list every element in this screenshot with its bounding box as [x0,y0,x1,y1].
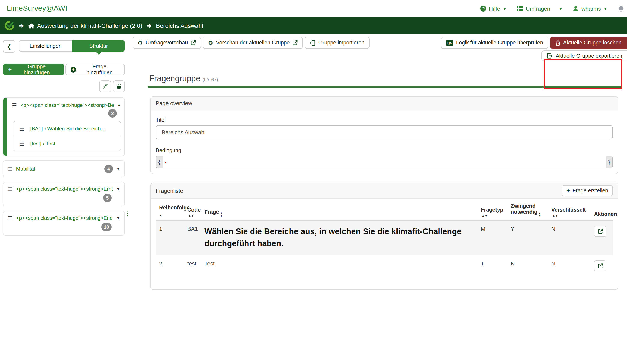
sort-both-icon[interactable]: ▲▼ [552,215,587,217]
question-row[interactable]: 2 test Test T N N [156,255,613,276]
cell-mandatory: Y [507,221,548,255]
expand-caret-icon[interactable]: ▼ [116,216,120,220]
collapse-all-button[interactable] [99,80,111,92]
question-list-header: Fragenliste + Frage erstellen [151,183,618,199]
unlock-button[interactable] [113,80,125,92]
question-row[interactable]: 1 BA1 Wählen Sie die Bereiche aus, in we… [156,221,613,255]
cell-code: test [184,255,201,276]
tab-einstellungen[interactable]: Einstellungen [19,40,72,52]
limesurvey-logo[interactable] [4,21,14,31]
sidebar-icon-buttons [3,80,125,92]
collapse-caret-icon[interactable]: ▲ [117,103,121,107]
group-content: Fragengruppe(ID: 67) Page overview Titel… [148,74,622,290]
group-title-input[interactable] [156,125,613,139]
drag-handle-icon[interactable]: ☰ [19,141,24,146]
delete-group-button[interactable]: Aktuelle Gruppe löschen [550,37,627,49]
column-header-order[interactable]: Reihenfolge ▲ [156,205,184,217]
tree-group[interactable]: ☰ <p><span class="text-huge"><strong>Ene… [3,211,125,235]
cell-question: Wählen Sie die Bereiche aus, in welchen … [205,226,474,250]
gear-icon: ⚙ [208,40,213,46]
collapse-sidebar-button[interactable]: ❮ [3,40,15,52]
question-count-badge: 2 [108,109,117,118]
condition-input[interactable]: . [163,156,606,168]
tab-struktur[interactable]: Struktur [72,40,125,52]
page-overview-header: Page overview [151,97,618,110]
external-link-icon [293,40,298,45]
sort-both-icon[interactable]: ▲▼ [220,212,223,217]
question-count-badge: 4 [104,165,113,173]
export-icon [547,53,553,59]
import-icon [310,40,315,46]
tree-group-header[interactable]: ☰ <p><span class="text-huge"><strong>Ber… [3,98,124,109]
chevron-left-icon: ❮ [7,44,11,49]
tree-question-item[interactable]: ☰ [test] › Test [13,136,121,151]
open-question-button[interactable] [594,260,606,272]
column-header-encrypted-label: Verschlüsselt [551,207,586,213]
question-table: Reihenfolge ▲ Code ▲▼ Frage▲▼ [151,199,618,289]
column-header-type[interactable]: Fragetyp ▲▼ [477,207,507,217]
group-id-label: (ID: 67) [203,77,218,82]
brace-open-addon: { [156,156,163,168]
column-header-type-label: Fragetyp [481,207,503,213]
column-header-encrypted[interactable]: Verschlüsselt ▲▼ [548,207,591,217]
page-title-text: Fragengruppe [149,74,200,83]
sort-asc-icon[interactable]: ▲ [159,213,180,217]
trash-icon [556,40,560,46]
help-menu[interactable]: ? Hilfe ▾ [480,5,506,12]
import-group-button[interactable]: Gruppe importieren [305,37,369,49]
sort-desc-glyph: ▼ [220,215,223,217]
cell-encrypted: N [548,221,591,255]
column-header-code[interactable]: Code ▲▼ [184,207,201,217]
condition-input-group: { . } [156,156,613,168]
expand-caret-icon[interactable]: ▼ [116,167,120,171]
column-header-mandatory[interactable]: Zwingend notwendig▲▼ [507,203,548,217]
drag-handle-icon[interactable]: ☰ [8,215,13,221]
tree-question-item[interactable]: ☰ [BA1] › Wählen Sie die Bereich… [13,121,121,136]
drag-handle-icon[interactable]: ☰ [19,126,24,132]
column-header-question-label: Frage [205,209,219,215]
breadcrumb-bar: ➜ Auswertung der klimafit-Challenge (2.0… [0,17,627,34]
sidebar-tabs: ❮ Einstellungen Struktur [3,40,125,52]
survey-preview-button[interactable]: ⚙ Umfragevorschau [133,37,201,49]
sidebar-resize-handle[interactable]: ⋮ [125,210,130,217]
add-question-label: Frage hinzufügen [79,63,120,75]
plus-circle-icon: + [70,66,76,72]
notifications-bell-icon[interactable] [618,5,625,12]
check-logic-label: Logik für aktuelle Gruppe überprüfen [456,40,543,46]
spacer [156,139,613,146]
collapse-all-icon [103,84,108,89]
create-question-button[interactable]: + Frage erstellen [562,185,613,196]
tree-question-label: [BA1] › Wählen Sie die Bereich… [30,126,116,132]
sort-both-icon[interactable]: ▲▼ [538,212,541,217]
group-toolbar: ⚙ Umfragevorschau ⚙ Vorschau der aktuell… [133,37,627,49]
check-logic-button[interactable]: QA Logik für aktuelle Gruppe überprüfen [441,37,548,49]
external-link-icon [191,40,196,45]
condition-field-label: Bedingung [156,147,613,153]
expand-caret-icon[interactable]: ▼ [116,187,120,191]
export-group-button[interactable]: Aktuelle Gruppe exportieren [542,50,627,61]
sort-desc-glyph: ▼ [555,214,558,217]
column-header-question[interactable]: Frage▲▼ [201,209,477,217]
tree-group[interactable]: ☰ <p><span class="text-huge"><strong>Ern… [3,182,125,206]
drag-handle-icon[interactable]: ☰ [8,186,13,192]
tree-question-label: [test] › Test [30,141,116,147]
tree-group-header: ☰ <p><span class="text-huge"><strong>Ene… [8,215,120,221]
sort-both-icon[interactable]: ▲▼ [482,215,504,217]
add-question-button[interactable]: + Frage hinzufügen [65,64,125,75]
top-menu: ? Hilfe ▾ Umfragen ▾ wharms ▾ [480,5,606,12]
tree-group[interactable]: ☰ Mobilität 4 ▼ [3,160,125,178]
page-title: Fragengruppe(ID: 67) [148,74,622,88]
drag-handle-icon[interactable]: ☰ [12,102,17,108]
page-overview-panel: Page overview Titel Bedingung { . } [150,96,619,174]
gear-icon: ⚙ [138,40,143,46]
create-question-label: Frage erstellen [573,188,608,194]
surveys-menu[interactable]: Umfragen ▾ [517,5,562,12]
open-question-button[interactable] [594,226,606,237]
tree-group-active: ☰ <p><span class="text-huge"><strong>Ber… [3,97,125,156]
add-group-button[interactable]: + Gruppe hinzufügen [3,64,64,75]
breadcrumb-survey-link[interactable]: Auswertung der klimafit-Challenge (2.0) [28,22,142,29]
user-menu[interactable]: wharms ▾ [573,5,606,12]
drag-handle-icon[interactable]: ☰ [8,166,13,172]
group-preview-button[interactable]: ⚙ Vorschau der aktuellen Gruppe [203,37,303,49]
sort-both-icon[interactable]: ▲▼ [188,215,198,217]
